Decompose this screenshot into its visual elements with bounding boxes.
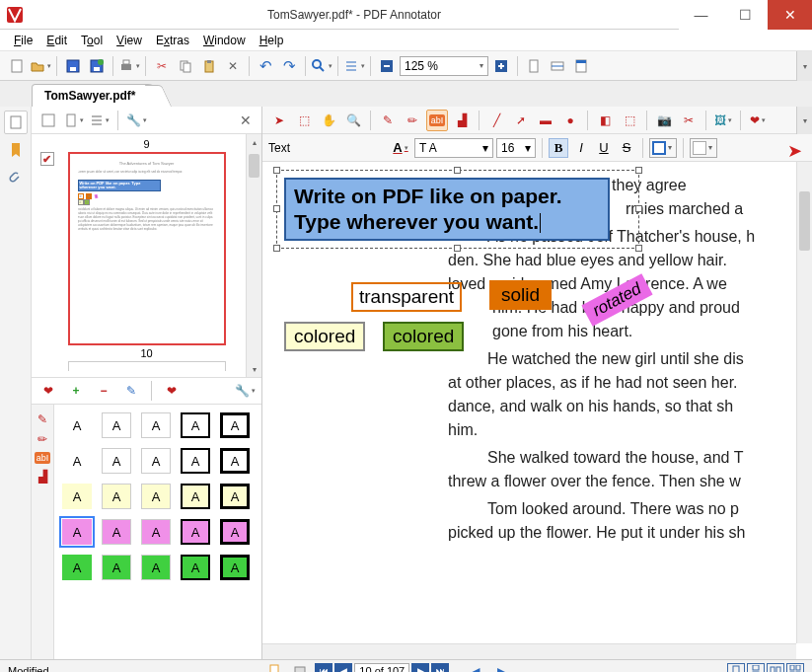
preset-fav-button[interactable]: ❤ <box>37 380 59 402</box>
tool-pen[interactable]: ✎ <box>377 110 399 131</box>
tool-favorite[interactable]: ❤▾ <box>747 110 769 131</box>
side-tab-attachments[interactable] <box>4 166 28 189</box>
preset-add-button[interactable]: + <box>65 380 87 402</box>
tool-stamp-icon[interactable]: ▟ <box>38 470 47 484</box>
text-preset[interactable]: A <box>141 555 171 580</box>
thumbnails-select-button[interactable] <box>37 110 59 131</box>
delete-button[interactable]: ✕ <box>222 55 244 77</box>
menu-help[interactable]: Help <box>254 32 290 49</box>
tool-stamp[interactable]: ▟ <box>451 110 473 131</box>
menu-view[interactable]: View <box>111 32 148 49</box>
tool-eraser[interactable]: ◧ <box>594 110 616 131</box>
side-panel-close-button[interactable]: ✕ <box>236 112 256 128</box>
text-preset[interactable]: A <box>141 412 171 438</box>
view-two-continuous-button[interactable] <box>786 663 804 672</box>
annotation-solid[interactable]: solid <box>489 280 552 310</box>
horizontal-scrollbar[interactable] <box>262 643 796 659</box>
tool-zoom[interactable]: 🔍 <box>342 110 364 131</box>
new-button[interactable] <box>6 55 28 77</box>
redo-button[interactable]: ↷ <box>278 55 300 77</box>
annot-toolbar-overflow[interactable]: ▾ <box>796 107 812 134</box>
text-preset[interactable]: A <box>102 484 131 509</box>
tool-snapshot[interactable]: 📷 <box>653 110 675 131</box>
open-button[interactable]: ▾ <box>30 55 51 77</box>
text-preset[interactable]: A <box>141 519 171 545</box>
text-preset[interactable]: A <box>62 555 92 580</box>
side-tab-pages[interactable] <box>4 111 28 134</box>
nav-back-button[interactable]: ◀ <box>465 660 486 672</box>
tool-select[interactable]: ➤ <box>268 110 290 131</box>
tool-crop[interactable]: ✂ <box>678 110 700 131</box>
text-preset[interactable]: A <box>62 519 92 545</box>
tool-pen-icon[interactable]: ✎ <box>37 412 47 426</box>
save-as-button[interactable] <box>86 55 108 77</box>
menu-window[interactable]: Window <box>197 32 252 49</box>
document-tab[interactable]: TomSawyer.pdf* <box>32 84 160 107</box>
text-preset[interactable]: A <box>181 519 210 545</box>
strike-button[interactable]: S <box>617 138 636 158</box>
cut-button[interactable]: ✂ <box>151 55 173 77</box>
preset-remove-button[interactable]: − <box>93 380 114 402</box>
document-page[interactable]: nished, they agree rmies marched a As he… <box>262 162 812 659</box>
text-preset[interactable]: A <box>181 448 210 474</box>
zoom-in-button[interactable] <box>490 55 512 77</box>
text-preset[interactable]: A <box>220 484 250 509</box>
underline-button[interactable]: U <box>594 138 614 158</box>
view-continuous-button[interactable] <box>747 663 765 672</box>
view-single-button[interactable] <box>727 663 745 672</box>
tool-erase-area[interactable]: ⬚ <box>619 110 640 131</box>
page-prev-button[interactable]: ◀ <box>334 663 352 672</box>
tool-pan[interactable]: ✋ <box>318 110 339 131</box>
status-page-icon[interactable] <box>263 660 285 672</box>
menu-tool[interactable]: Tool <box>75 32 109 49</box>
tool-image[interactable]: 🖼▾ <box>712 110 734 131</box>
text-preset[interactable]: A <box>181 484 210 509</box>
menu-extras[interactable]: Extras <box>150 32 195 49</box>
text-preset[interactable]: A <box>220 448 250 474</box>
copy-button[interactable] <box>175 55 196 77</box>
paste-button[interactable] <box>198 55 220 77</box>
thumbnail-checkbox[interactable]: ✔ <box>40 152 54 166</box>
thumbnail-scrollbar[interactable]: ▴▾ <box>246 134 261 377</box>
nav-forward-button[interactable]: ▶ <box>490 660 512 672</box>
font-select[interactable]: T A▾ <box>414 138 493 158</box>
thumbnails-list-button[interactable]: ▾ <box>89 110 111 131</box>
annotation-transparent[interactable]: transparent <box>351 282 462 312</box>
text-preset[interactable]: A <box>62 448 92 474</box>
annotation-colored-green[interactable]: colored <box>383 322 464 351</box>
border-color-button[interactable]: ▾ <box>649 138 677 158</box>
text-preset[interactable]: A <box>220 519 250 545</box>
fit-page-button[interactable] <box>570 55 592 77</box>
text-preset[interactable]: A <box>141 448 171 474</box>
thumbnails-settings-button[interactable]: 🔧▾ <box>125 110 147 131</box>
text-preset[interactable]: A <box>102 519 131 545</box>
text-preset[interactable]: A <box>141 484 171 509</box>
tool-marker-icon[interactable]: ✏ <box>37 432 47 446</box>
zoom-select[interactable]: 125 %▾ <box>400 56 488 76</box>
menu-file[interactable]: File <box>8 32 38 49</box>
toolbar-overflow-button[interactable]: ▾ <box>796 51 812 81</box>
italic-button[interactable]: I <box>571 138 591 158</box>
text-preset[interactable]: A <box>102 412 131 438</box>
list-button[interactable]: ▾ <box>343 55 365 77</box>
window-maximize-button[interactable]: ☐ <box>723 0 768 30</box>
preset-settings-button[interactable]: 🔧▾ <box>234 380 256 402</box>
menu-edit[interactable]: Edit <box>40 32 73 49</box>
page-last-button[interactable]: ⏭ <box>431 663 449 672</box>
tool-arrow[interactable]: ➚ <box>510 110 532 131</box>
save-button[interactable] <box>62 55 84 77</box>
preset-edit-button[interactable]: ✎ <box>120 380 142 402</box>
fill-color-button[interactable]: ▾ <box>690 138 717 158</box>
tool-text[interactable]: abI <box>426 110 448 131</box>
vertical-scrollbar[interactable] <box>796 162 812 643</box>
window-close-button[interactable]: ✕ <box>768 0 812 30</box>
window-minimize-button[interactable]: — <box>679 0 723 30</box>
tool-ellipse[interactable]: ● <box>559 110 581 131</box>
text-preset[interactable]: A <box>102 448 131 474</box>
page-next-button[interactable]: ▶ <box>411 663 429 672</box>
text-preset[interactable]: A <box>220 412 250 438</box>
tool-lasso[interactable]: ⬚ <box>293 110 315 131</box>
find-button[interactable]: ▾ <box>311 55 332 77</box>
text-preset[interactable]: A <box>62 412 92 438</box>
text-preset[interactable]: A <box>181 555 210 580</box>
